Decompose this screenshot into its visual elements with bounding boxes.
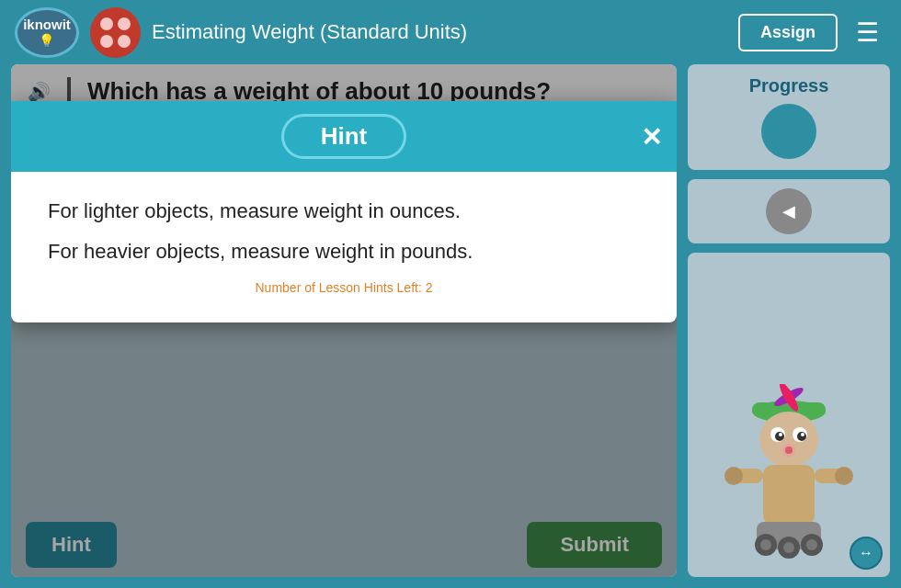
logo-text: iknowit: [23, 17, 71, 33]
modal-header: Hint ✕: [11, 101, 677, 172]
main-area: 🔊 Which has a weight of about 10 pounds?…: [0, 64, 901, 588]
dot-3: [100, 35, 113, 48]
progress-circle: [761, 104, 816, 159]
svg-point-5: [759, 412, 818, 467]
dot-4: [118, 35, 131, 48]
hint-modal: Hint ✕ For lighter objects, measure weig…: [11, 101, 677, 322]
progress-box: Progress: [688, 64, 890, 170]
right-sidebar: Progress ◀: [688, 64, 890, 577]
logo: iknowit 💡: [15, 7, 79, 58]
svg-point-10: [779, 433, 782, 436]
hint-line-1: For lighter objects, measure weight in o…: [48, 199, 640, 223]
svg-point-18: [835, 467, 853, 485]
nav-next-button[interactable]: ↔: [850, 537, 883, 570]
dots-grid: [95, 12, 136, 53]
header-title: Estimating Weight (Standard Units): [152, 20, 727, 44]
dot-1: [100, 17, 113, 30]
svg-point-13: [785, 447, 793, 454]
svg-point-25: [806, 539, 817, 550]
dot-2: [118, 17, 131, 30]
hints-left: Number of Lesson Hints Left: 2: [48, 280, 640, 304]
header: iknowit 💡 Estimating Weight (Standard Un…: [0, 0, 901, 64]
svg-point-23: [760, 539, 771, 550]
svg-rect-14: [763, 465, 815, 525]
nav-prev[interactable]: ◀: [766, 188, 812, 234]
mascot-svg: [715, 384, 862, 577]
nav-box: ◀: [688, 179, 890, 243]
svg-point-11: [801, 433, 804, 436]
svg-point-24: [783, 542, 794, 553]
mascot-box: ↔: [688, 253, 890, 577]
modal-overlay: Hint ✕ For lighter objects, measure weig…: [11, 64, 677, 577]
assign-button[interactable]: Assign: [738, 14, 838, 51]
page-wrapper: iknowit 💡 Estimating Weight (Standard Un…: [0, 0, 901, 588]
activity-icon: [90, 7, 141, 58]
content-panel: 🔊 Which has a weight of about 10 pounds?…: [11, 64, 677, 577]
svg-point-17: [724, 467, 743, 485]
hint-line-2: For heavier objects, measure weight in p…: [48, 240, 640, 264]
modal-title: Hint: [281, 114, 407, 159]
modal-body: For lighter objects, measure weight in o…: [11, 172, 677, 322]
progress-label: Progress: [699, 75, 879, 96]
menu-button[interactable]: ☰: [849, 14, 886, 51]
modal-close-button[interactable]: ✕: [641, 121, 662, 152]
